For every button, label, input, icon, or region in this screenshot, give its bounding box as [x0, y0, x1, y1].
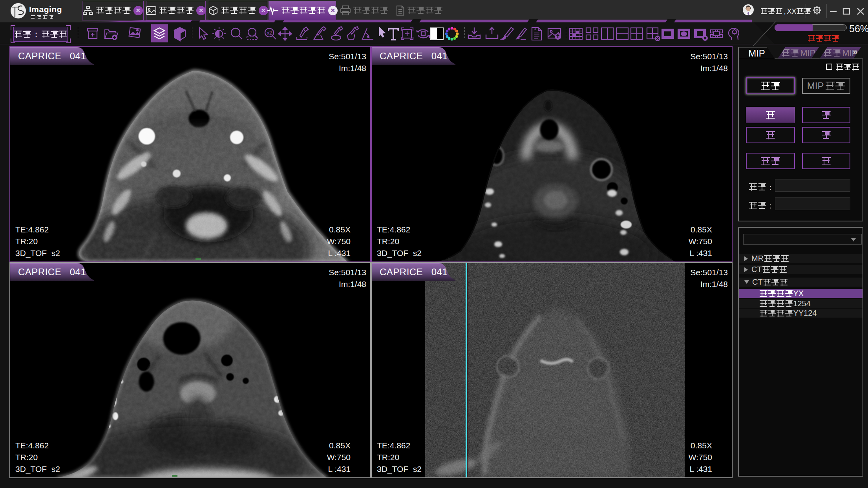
- svg-text:x2: x2: [267, 30, 272, 36]
